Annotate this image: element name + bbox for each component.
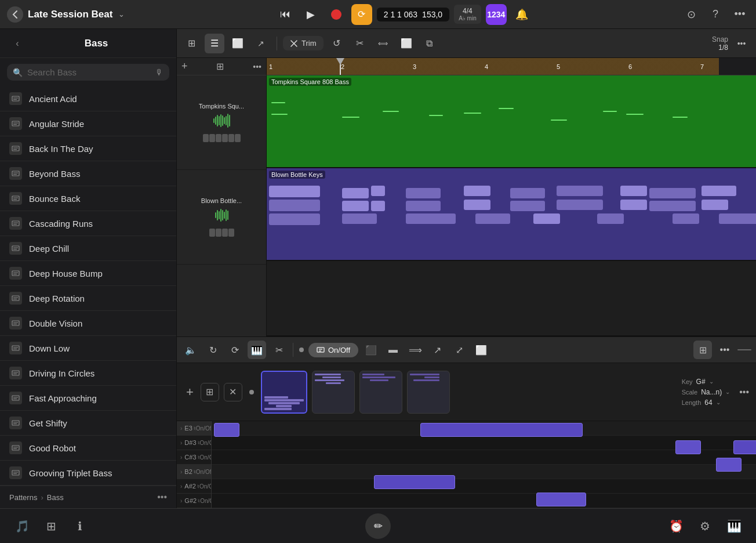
sidebar-item-deep-house-bump[interactable]: Deep House Bump <box>0 261 176 286</box>
pr-add-button[interactable]: + <box>184 385 196 400</box>
mixer-icon[interactable]: ⊞ <box>41 516 61 537</box>
rewind-button[interactable]: ⏮ <box>275 4 296 25</box>
note-Ds3-1[interactable] <box>675 440 701 454</box>
piano-key-B2[interactable]: › B2 ♮ On/Off <box>177 465 211 479</box>
sidebar-item-back-in-the-day[interactable]: Back In The Day <box>0 136 176 161</box>
list-view-button[interactable]: ☰ <box>205 34 224 53</box>
capture-button[interactable]: ⬜ <box>397 34 416 53</box>
piano-key-Cs3[interactable]: › C#3 ♮ On/Off <box>177 450 211 465</box>
note-Cs3-1[interactable] <box>716 458 742 472</box>
duplicate-track-button[interactable]: ⊞ <box>216 61 224 72</box>
key-chevron-icon[interactable]: ⌄ <box>709 378 714 385</box>
cut-button[interactable]: ✂ <box>350 34 370 53</box>
sidebar-item-ancient-acid[interactable]: Ancient Acid <box>0 86 176 111</box>
split-button[interactable]: ⟺ <box>373 34 393 53</box>
note-Ds3-long[interactable] <box>733 440 756 454</box>
title-chevron-icon[interactable]: ⌄ <box>118 10 125 19</box>
sidebar-item-bounce-back[interactable]: Bounce Back <box>0 186 176 211</box>
sidebar-item-angular-stride[interactable]: Angular Stride <box>0 111 176 136</box>
pr-midi-button[interactable]: 🎹 <box>248 341 266 359</box>
sidebar-item-down-low[interactable]: Down Low <box>0 336 176 361</box>
track-more-button[interactable]: ••• <box>253 62 261 71</box>
pr-onoff-button[interactable]: On/Off <box>308 343 358 357</box>
piano-key-Ds3[interactable]: › D#3 ♮ On/Off <box>177 436 211 450</box>
piano-key-Gs2[interactable]: › G#2 ♮ On/Off <box>177 494 211 508</box>
sidebar-item-driving-in-circles[interactable]: Driving In Circles <box>0 361 176 386</box>
help-button[interactable]: ? <box>706 5 725 24</box>
share-button[interactable]: ⊙ <box>682 5 700 24</box>
pr-pattern-thumb-2[interactable] <box>312 371 355 414</box>
sidebar-item-beyond-bass[interactable]: Beyond Bass <box>0 161 176 186</box>
pr-volume-button[interactable]: 🔈 <box>181 341 200 359</box>
pr-redo-button[interactable]: ↻ <box>203 341 222 359</box>
sidebar-item-deep-rotation[interactable]: Deep Rotation <box>0 286 176 311</box>
piano-key-E3[interactable]: › E3 ♮ On/Off <box>177 421 211 436</box>
clock-icon[interactable]: ⏰ <box>666 516 686 537</box>
pr-meta-more[interactable]: ••• <box>739 387 749 397</box>
pr-expand-button[interactable]: ⊞ <box>201 383 219 401</box>
microphone-icon[interactable]: 🎙 <box>155 68 163 77</box>
pr-pattern-view-button[interactable]: ⊞ <box>693 341 712 359</box>
pr-close-button[interactable]: ✕ <box>224 383 242 401</box>
pr-onoff-icon <box>317 346 325 354</box>
instruments-icon[interactable]: 🎵 <box>12 516 32 537</box>
length-value: 64 <box>704 399 712 407</box>
note-B2-1[interactable] <box>374 475 455 489</box>
equalizer-icon[interactable]: ⚙ <box>695 516 715 537</box>
pr-view1-button[interactable]: ⬛ <box>362 341 380 359</box>
snap-value[interactable]: 1/8 <box>712 44 728 52</box>
record-button[interactable] <box>326 4 347 25</box>
copy-button[interactable]: ⧉ <box>420 34 439 53</box>
sidebar-item-fast-approaching[interactable]: Fast Approaching <box>0 386 176 411</box>
key-block-27 <box>702 200 728 210</box>
length-chevron-icon[interactable]: ⌄ <box>716 399 721 406</box>
back-button[interactable] <box>7 6 23 23</box>
metronome-button[interactable]: 1234 <box>486 4 507 25</box>
snap-more-button[interactable]: ••• <box>732 34 751 53</box>
note-E3-long[interactable] <box>420 423 583 437</box>
pr-loop-button[interactable]: ⟳ <box>226 341 244 359</box>
pr-view2-button[interactable]: ▬ <box>384 341 402 359</box>
sidebar-item-cascading-runs[interactable]: Cascading Runs <box>0 211 176 236</box>
pr-drag-handle[interactable] <box>737 349 751 350</box>
sidebar-footer-more[interactable]: ••• <box>157 492 167 502</box>
grid-view-button[interactable]: ⊞ <box>181 34 201 53</box>
bass-note-1 <box>271 114 288 115</box>
pr-split-button[interactable]: ✂ <box>270 341 288 359</box>
loop-region-button[interactable]: ↺ <box>327 34 347 53</box>
sidebar-item-double-vision[interactable]: Double Vision <box>0 311 176 336</box>
note-E3-1[interactable] <box>214 423 239 437</box>
bass-note-5 <box>429 115 443 116</box>
pr-view3-button[interactable]: ⟹ <box>406 341 424 359</box>
scale-chevron-icon[interactable]: ⌄ <box>725 389 730 395</box>
pr-pattern-thumb-1[interactable] <box>261 371 307 414</box>
add-track-button[interactable]: + <box>181 60 188 73</box>
sidebar-item-good-robot[interactable]: Good Robot <box>0 436 176 461</box>
pr-pattern-thumb-4[interactable] <box>407 371 450 414</box>
piano-key-As2[interactable]: › A#2 ♮ On/Off <box>177 479 211 494</box>
pr-view5-button[interactable]: ⤢ <box>450 341 468 359</box>
more-button[interactable]: ••• <box>730 5 749 24</box>
info-icon[interactable]: ℹ <box>70 516 90 537</box>
note-As2-1[interactable] <box>536 493 586 506</box>
keyboard-icon[interactable]: 🎹 <box>724 516 744 537</box>
sidebar-item-get-shifty[interactable]: Get Shifty <box>0 411 176 436</box>
pencil-button[interactable]: ✏ <box>365 513 391 539</box>
pr-view4-button[interactable]: ↗ <box>428 341 446 359</box>
search-input[interactable] <box>27 67 151 77</box>
pr-toolbar-more[interactable]: ••• <box>715 341 734 359</box>
list-item-name-6: Deep Chill <box>29 244 69 254</box>
pr-pattern-thumb-3[interactable] <box>359 371 402 414</box>
pencil-tool-button[interactable]: ↗ <box>251 34 271 53</box>
sidebar-back-button[interactable]: ‹ <box>9 35 26 52</box>
sidebar-item-deep-chill[interactable]: Deep Chill <box>0 236 176 261</box>
piano-roll-grid-area[interactable] <box>212 421 756 508</box>
pr-view6-button[interactable]: ⬜ <box>472 341 490 359</box>
loop-button[interactable]: ⟳ <box>351 4 372 25</box>
keys-track-row[interactable]: Blown Bottle Keys <box>267 168 756 261</box>
bass-track-row[interactable]: Tompkins Square 808 Bass <box>267 75 756 168</box>
single-track-button[interactable]: ⬜ <box>228 34 248 53</box>
sidebar-item-grooving-triplet-bass[interactable]: Grooving Triplet Bass <box>0 461 176 486</box>
trim-button[interactable]: Trim <box>283 36 324 50</box>
play-button[interactable]: ▶ <box>300 4 321 25</box>
